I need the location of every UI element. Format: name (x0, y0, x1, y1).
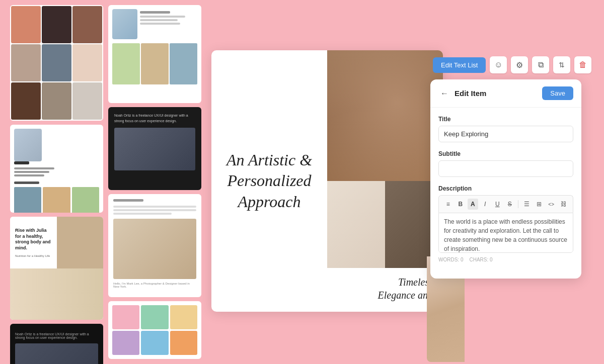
align-button[interactable]: ≡ (443, 199, 454, 210)
works-section (14, 181, 99, 213)
mid3-image (113, 219, 196, 279)
underline-button[interactable]: U (492, 199, 503, 210)
edit-panel-header: ← Edit Item Save (430, 79, 581, 108)
color-grid-cell (141, 331, 168, 355)
copy-icon: ⧉ (538, 60, 544, 69)
toolbar-separator (518, 200, 518, 208)
mid-thumbnail-4[interactable] (108, 301, 201, 359)
resize-icon-button[interactable]: ⇅ (553, 56, 570, 73)
description-footer: WORDS: 0 CHARS: 0 (438, 257, 573, 262)
canvas-bottom-text: Timeless Elegance and (327, 268, 443, 312)
mid-text-lines (140, 9, 197, 25)
link-button[interactable]: ⛓ (558, 199, 569, 210)
thumb-cell (11, 44, 41, 81)
canvas-text-area: An Artistic & Personalized Approach (211, 50, 327, 312)
thumb-cell (72, 82, 102, 120)
title-field-label: Title (438, 116, 573, 123)
bold-button[interactable]: B (456, 199, 466, 210)
canvas-image-top (327, 50, 443, 181)
description-field-label: Description (438, 185, 573, 192)
mid-thumbnail-2[interactable]: Noah Ortiz is a freelance UX/UI designer… (108, 107, 201, 190)
work-cell (43, 187, 70, 213)
color-grid-cell (170, 305, 197, 329)
mid-avatar (112, 9, 137, 39)
title-input[interactable] (438, 126, 573, 142)
edit-panel-body: Title Subtitle Description ≡ B A I U S ☰… (430, 108, 581, 279)
color-grid-cell (141, 305, 168, 329)
thumb-cell (11, 6, 41, 43)
table-button[interactable]: ⊞ (534, 199, 544, 210)
thumb-cell (72, 6, 102, 43)
dark-profile-image (114, 128, 195, 170)
smiley-icon: ☺ (494, 60, 502, 69)
description-textarea[interactable]: The world is a place with endless possib… (438, 213, 573, 253)
dark-card-text: Noah Ortiz is a freelance UX/UI designer… (15, 332, 98, 339)
mid-thumbnail-1[interactable] (108, 5, 201, 103)
gallery-cell (170, 43, 197, 84)
editor-toolbar: Edit Text List ☺ ⚙ ⧉ ⇅ 🗑 (433, 56, 591, 73)
thumb-cell (42, 6, 71, 43)
blog-image-1 (57, 217, 104, 268)
subtitle-field-label: Subtitle (438, 150, 573, 157)
strikethrough-button[interactable]: S (505, 199, 515, 210)
subtitle-field-group: Subtitle (438, 150, 573, 177)
subtitle-input[interactable] (438, 160, 573, 177)
profile-text-lines (14, 161, 99, 176)
trash-icon: 🗑 (579, 60, 587, 69)
delete-icon-button[interactable]: 🗑 (574, 56, 591, 73)
color-grid-cell (112, 305, 139, 329)
couple-photo-1 (327, 50, 443, 181)
work-cell (14, 187, 41, 213)
resize-icon: ⇅ (559, 61, 565, 69)
save-button[interactable]: Save (542, 86, 573, 100)
thumbnail-card-profile-works[interactable] (10, 125, 103, 213)
thumbnail-card-photo-grid[interactable] (10, 5, 103, 121)
gallery-cell (141, 43, 169, 84)
color-grid-cell (112, 331, 139, 355)
code-button[interactable]: <> (546, 199, 557, 210)
thumb-cell (42, 44, 71, 81)
thumbnail-card-blog[interactable]: Rise with Julia for a healthy, strong bo… (10, 217, 103, 320)
canvas-bottom-title: Timeless Elegance and (337, 276, 433, 302)
thumb-cell (42, 82, 71, 120)
description-field-group: Description ≡ B A I U S ☰ ⊞ <> ⛓ The wor… (438, 185, 573, 262)
color-grid-cell (170, 331, 197, 355)
word-count: WORDS: 0 (438, 257, 463, 262)
mid3-text-lines (113, 206, 196, 215)
edit-panel-title: Edit Item (455, 89, 486, 98)
mid-thumbnail-3[interactable]: Hello, I'm Mark Lee, a Photographer & De… (108, 194, 201, 297)
settings-icon-button[interactable]: ⚙ (511, 56, 528, 73)
mid3-title-line (113, 199, 143, 202)
avatar-placeholder (14, 129, 42, 161)
font-color-button[interactable]: A (468, 199, 478, 210)
mid3-caption: Hello, I'm Mark Lee, a Photographer & De… (113, 282, 196, 288)
thumb-cell (11, 82, 41, 120)
main-canvas-preview: An Artistic & Personalized Approach Time… (211, 50, 443, 312)
blog-text-cell: Rise with Julia for a healthy, strong bo… (10, 217, 57, 268)
char-count: CHARS: 0 (469, 257, 492, 262)
gear-icon: ⚙ (516, 60, 523, 70)
dark-profile-text: Noah Ortiz is a freelance UX/UI designer… (114, 113, 195, 124)
edit-item-panel: ← Edit Item Save Title Subtitle Descript… (430, 79, 581, 279)
blog-image-bottom (10, 268, 103, 320)
description-toolbar: ≡ B A I U S ☰ ⊞ <> ⛓ (438, 195, 573, 213)
copy-icon-button[interactable]: ⧉ (532, 56, 549, 73)
thumbnail-card-dark[interactable]: Noah Ortiz is a freelance UX/UI designer… (10, 324, 103, 364)
dark-card-image (15, 343, 98, 365)
edit-text-list-button[interactable]: Edit Text List (433, 57, 486, 73)
back-icon: ← (440, 89, 448, 98)
work-cell (72, 187, 99, 213)
header-left: ← Edit Item (438, 87, 486, 100)
smiley-icon-button[interactable]: ☺ (490, 56, 507, 73)
list-button[interactable]: ☰ (521, 199, 532, 210)
canvas-title: An Artistic & Personalized Approach (221, 150, 317, 213)
middle-panel: Noah Ortiz is a freelance UX/UI designer… (108, 5, 201, 359)
title-field-group: Title (438, 116, 573, 142)
left-sidebar: Rise with Julia for a healthy, strong bo… (10, 5, 103, 359)
gallery-cell (112, 43, 140, 84)
back-button[interactable]: ← (438, 87, 450, 100)
italic-button[interactable]: I (480, 199, 491, 210)
thumb-cell (72, 44, 102, 81)
